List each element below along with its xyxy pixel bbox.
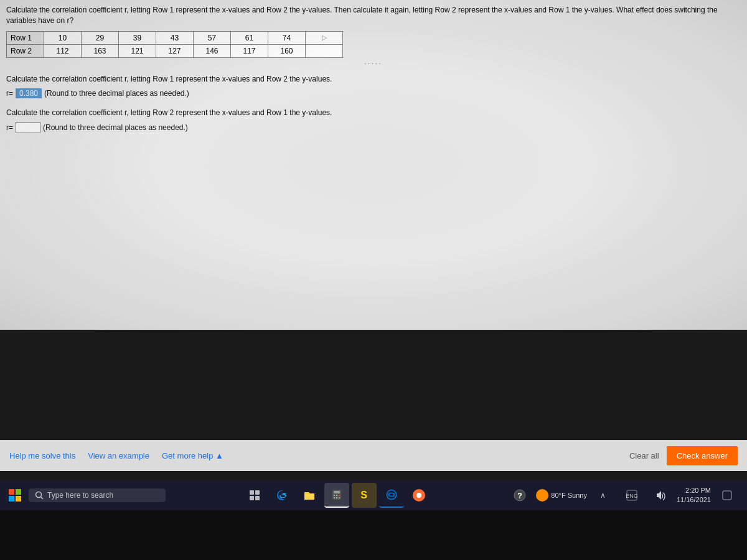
toolbar-left: Help me solve this View an example Get m… bbox=[9, 451, 223, 460]
r2-input-box[interactable] bbox=[16, 122, 40, 133]
bottom-toolbar: Help me solve this View an example Get m… bbox=[0, 440, 747, 471]
r1-label: r= bbox=[6, 89, 13, 98]
help-me-solve-link[interactable]: Help me solve this bbox=[9, 451, 75, 460]
row2-col5: 146 bbox=[194, 44, 231, 57]
row1-col4: 43 bbox=[156, 31, 194, 44]
svg-rect-8 bbox=[250, 496, 254, 500]
r1-answer-box[interactable]: 0.380 bbox=[16, 88, 42, 98]
svg-rect-15 bbox=[334, 497, 335, 498]
language-icon: ENG bbox=[626, 490, 637, 501]
language-button[interactable]: ENG bbox=[619, 483, 644, 508]
row1-col6: 61 bbox=[231, 31, 268, 44]
weather-widget[interactable]: 80°F Sunny bbox=[536, 489, 587, 502]
orange-app-icon bbox=[413, 489, 425, 502]
notification-icon bbox=[722, 490, 732, 500]
view-example-link[interactable]: View an example bbox=[88, 451, 149, 460]
svg-rect-6 bbox=[250, 490, 254, 495]
row1-col2: 29 bbox=[82, 31, 119, 44]
svg-rect-3 bbox=[16, 496, 21, 502]
task-view-button[interactable] bbox=[242, 483, 267, 508]
task-view-icon bbox=[249, 490, 260, 501]
data-table: Row 1 10 29 39 43 57 61 74 ▷ Row 2 112 1… bbox=[6, 31, 343, 58]
data-table-container: Row 1 10 29 39 43 57 61 74 ▷ Row 2 112 1… bbox=[0, 29, 747, 68]
edge-icon bbox=[276, 489, 288, 502]
s-app-button[interactable]: S bbox=[352, 483, 377, 508]
header-text: Calculate the correlation coefficient r,… bbox=[6, 6, 718, 25]
svg-rect-0 bbox=[9, 489, 14, 495]
row2-col1: 112 bbox=[44, 44, 82, 57]
row1-col5: 57 bbox=[194, 31, 231, 44]
system-tray: ? 80°F Sunny ∧ ENG bbox=[507, 483, 745, 508]
row1-label: Row 1 bbox=[7, 31, 44, 44]
row2-col6: 117 bbox=[231, 44, 268, 57]
weather-sun-icon bbox=[536, 489, 548, 502]
taskbar: Type here to search bbox=[0, 480, 747, 510]
tray-expand-button[interactable]: ∧ bbox=[591, 483, 616, 508]
svg-point-4 bbox=[36, 492, 42, 498]
r2-answer-row: r= (Round to three decimal places as nee… bbox=[0, 121, 747, 137]
row1-col1: 10 bbox=[44, 31, 82, 44]
edge-browser-button[interactable] bbox=[270, 483, 294, 508]
row1-col3: 39 bbox=[119, 31, 156, 44]
edge-active-icon bbox=[385, 488, 398, 501]
table-row-2: Row 2 112 163 121 127 146 117 160 bbox=[7, 44, 343, 57]
taskbar-apps: S bbox=[167, 483, 506, 508]
svg-rect-9 bbox=[255, 496, 260, 500]
svg-rect-1 bbox=[16, 489, 21, 495]
svg-rect-12 bbox=[334, 495, 335, 496]
taskbar-search-text: Type here to search bbox=[47, 491, 113, 500]
svg-rect-13 bbox=[336, 495, 337, 496]
section2-text: Calculate the correlation coefficient r,… bbox=[0, 102, 747, 121]
r1-hint: (Round to three decimal places as needed… bbox=[44, 89, 189, 98]
svg-rect-7 bbox=[255, 490, 260, 495]
problem-header: Calculate the correlation coefficient r,… bbox=[0, 0, 747, 29]
clock-time: 2:20 PM bbox=[677, 486, 711, 495]
svg-rect-11 bbox=[334, 491, 340, 493]
row2-col7: 160 bbox=[268, 44, 306, 57]
row1-expand[interactable]: ▷ bbox=[306, 31, 343, 44]
r2-label: r= bbox=[6, 123, 13, 132]
speaker-icon bbox=[655, 490, 666, 501]
svg-rect-16 bbox=[336, 497, 337, 498]
s-app-icon: S bbox=[360, 490, 367, 501]
question-circle-icon: ? bbox=[514, 489, 526, 502]
row2-col4: 127 bbox=[156, 44, 194, 57]
get-more-help-link[interactable]: Get more help ▲ bbox=[162, 451, 223, 460]
clear-all-button[interactable]: Clear all bbox=[629, 451, 659, 460]
table-row-1: Row 1 10 29 39 43 57 61 74 ▷ bbox=[7, 31, 343, 44]
row2-col2: 163 bbox=[82, 44, 119, 57]
file-explorer-button[interactable] bbox=[297, 483, 322, 508]
svg-rect-22 bbox=[723, 491, 731, 500]
help-icon[interactable]: ? bbox=[507, 483, 532, 508]
notification-button[interactable] bbox=[715, 483, 740, 508]
check-answer-button[interactable]: Check answer bbox=[667, 446, 738, 465]
windows-logo-icon bbox=[9, 489, 21, 502]
laptop-body bbox=[0, 510, 747, 560]
edge-active-button[interactable] bbox=[379, 483, 404, 508]
chevron-up-icon: ∧ bbox=[600, 491, 606, 500]
file-explorer-icon bbox=[303, 489, 316, 502]
scroll-indicator: ..... bbox=[6, 58, 741, 66]
svg-rect-14 bbox=[339, 495, 340, 496]
orange-app-button[interactable] bbox=[406, 483, 431, 508]
r2-hint: (Round to three decimal places as needed… bbox=[43, 123, 188, 132]
svg-text:?: ? bbox=[517, 491, 522, 500]
r1-answer-row: r= 0.380 (Round to three decimal places … bbox=[0, 87, 747, 102]
svg-rect-2 bbox=[9, 496, 14, 502]
start-button[interactable] bbox=[2, 483, 27, 508]
volume-button[interactable] bbox=[648, 483, 673, 508]
svg-line-5 bbox=[41, 497, 44, 500]
row2-label: Row 2 bbox=[7, 44, 44, 57]
taskbar-search-bar[interactable]: Type here to search bbox=[29, 488, 166, 502]
time-display[interactable]: 2:20 PM 11/16/2021 bbox=[677, 486, 711, 505]
main-window: Calculate the correlation coefficient r,… bbox=[0, 0, 747, 330]
calculator-button[interactable] bbox=[324, 483, 349, 508]
weather-text: 80°F Sunny bbox=[551, 492, 587, 499]
row1-col7: 74 bbox=[268, 31, 306, 44]
taskbar-search-icon bbox=[35, 491, 44, 500]
svg-rect-17 bbox=[339, 497, 340, 498]
svg-text:ENG: ENG bbox=[626, 493, 637, 499]
section1-text: Calculate the correlation coefficient r,… bbox=[0, 68, 747, 87]
toolbar-right: Clear all Check answer bbox=[629, 446, 738, 465]
row2-col3: 121 bbox=[119, 44, 156, 57]
